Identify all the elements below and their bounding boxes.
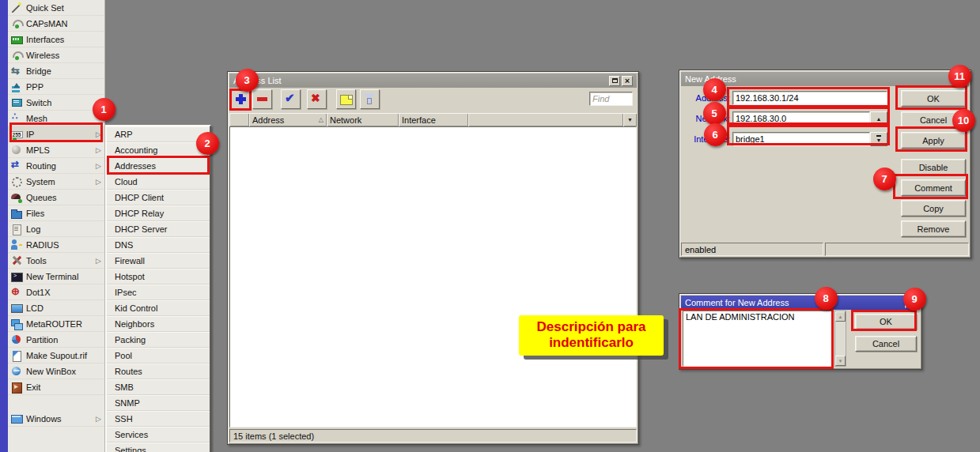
supout-icon bbox=[10, 349, 23, 362]
sidebar-item-metarouter[interactable]: MetaROUTER bbox=[8, 316, 104, 332]
submenu-item-cloud[interactable]: Cloud bbox=[107, 174, 210, 190]
remove-button[interactable]: Remove bbox=[901, 220, 966, 237]
submenu-item-hotspot[interactable]: Hotspot bbox=[107, 269, 210, 284]
sidebar-item-dot1x[interactable]: Dot1X bbox=[8, 284, 104, 300]
submenu-item-packing[interactable]: Packing bbox=[107, 332, 210, 348]
copy-button[interactable]: Copy bbox=[901, 200, 966, 217]
submenu-arrow-icon: ▷ bbox=[96, 415, 104, 423]
sidebar-item-tools[interactable]: Tools▷ bbox=[8, 253, 104, 269]
sidebar-item-queues[interactable]: Queues bbox=[8, 190, 104, 205]
comment-button[interactable] bbox=[336, 89, 356, 109]
comment-textarea[interactable]: LAN DE ADMINISTRACION bbox=[683, 311, 833, 367]
status-text: 15 items (1 selected) bbox=[233, 431, 314, 441]
ip-submenu: ARPAccountingAddressesCloudDHCP ClientDH… bbox=[105, 125, 211, 452]
submenu-item-neighbors[interactable]: Neighbors bbox=[107, 316, 210, 332]
submenu-item-routes[interactable]: Routes bbox=[107, 363, 210, 379]
submenu-item-dhcp-client[interactable]: DHCP Client bbox=[107, 190, 210, 205]
comment-titlebar[interactable]: Comment for New Address bbox=[681, 296, 920, 310]
address-input[interactable]: 192.168.30.1/24 bbox=[732, 91, 887, 105]
submenu-item-kid-control[interactable]: Kid Control bbox=[107, 300, 210, 316]
address-list-area[interactable] bbox=[229, 126, 637, 428]
close-icon[interactable]: × bbox=[622, 76, 633, 86]
submenu-item-ssh[interactable]: SSH bbox=[107, 411, 210, 427]
spin-up-icon[interactable]: ▲ bbox=[870, 111, 887, 126]
submenu-item-smb[interactable]: SMB bbox=[107, 379, 210, 395]
find-input[interactable] bbox=[589, 92, 633, 106]
submenu-item-firewall[interactable]: Firewall bbox=[107, 253, 210, 269]
address-list-titlebar[interactable]: Address List × bbox=[229, 73, 637, 88]
ok-button[interactable]: OK bbox=[901, 90, 966, 107]
sidebar-item-mesh[interactable]: Mesh bbox=[8, 111, 104, 126]
submenu-item-snmp[interactable]: SNMP bbox=[107, 395, 210, 411]
disable-button[interactable] bbox=[307, 89, 327, 109]
sidebar-item-new-terminal[interactable]: New Terminal bbox=[8, 269, 104, 284]
partition-icon bbox=[10, 333, 23, 346]
disable-button[interactable]: Disable bbox=[901, 159, 966, 175]
sidebar-item-routing[interactable]: Routing▷ bbox=[8, 158, 104, 174]
maximize-icon[interactable] bbox=[609, 76, 620, 86]
comment-button[interactable]: Comment bbox=[901, 179, 966, 196]
accent-strip bbox=[0, 0, 8, 452]
comment-scrollbar[interactable]: ▲ ▼ bbox=[834, 311, 846, 367]
maximize-icon[interactable] bbox=[905, 298, 916, 308]
sidebar-item-system[interactable]: System▷ bbox=[8, 174, 104, 190]
column-header-network[interactable]: Network bbox=[327, 113, 399, 126]
sidebar-item-wireless[interactable]: Wireless bbox=[8, 47, 104, 63]
sidebar-item-files[interactable]: Files bbox=[8, 205, 104, 221]
column-select-icon[interactable]: ▼ bbox=[623, 113, 637, 126]
interface-input[interactable]: bridge1 bbox=[732, 132, 870, 146]
cancel-button[interactable]: Cancel bbox=[901, 111, 966, 128]
submenu-item-services[interactable]: Services bbox=[107, 427, 210, 443]
sidebar-item-lcd[interactable]: LCD bbox=[8, 300, 104, 316]
apply-button[interactable]: Apply bbox=[901, 132, 966, 149]
submenu-item-accounting[interactable]: Accounting bbox=[107, 142, 210, 158]
column-header-address[interactable]: Address△ bbox=[249, 113, 327, 126]
sidebar-item-radius[interactable]: RADIUS bbox=[8, 237, 104, 253]
sidebar-item-quick-set[interactable]: Quick Set bbox=[8, 0, 104, 16]
add-button[interactable] bbox=[231, 89, 251, 109]
submenu-item-dns[interactable]: DNS bbox=[107, 237, 210, 253]
sidebar-item-label: Make Supout.rif bbox=[26, 351, 87, 360]
queues-icon bbox=[10, 191, 23, 204]
comment-cancel-button[interactable]: Cancel bbox=[855, 336, 917, 352]
submenu-item-dhcp-server[interactable]: DHCP Server bbox=[107, 221, 210, 237]
sidebar-item-mpls[interactable]: MPLS▷ bbox=[8, 142, 104, 158]
column-header-interface[interactable]: Interface bbox=[399, 113, 468, 126]
sidebar-item-new-winbox[interactable]: New WinBox bbox=[8, 363, 104, 379]
sidebar-item-exit[interactable]: Exit bbox=[8, 379, 104, 395]
comment-ok-button[interactable]: OK bbox=[855, 314, 917, 330]
sidebar-item-make-supout-rif[interactable]: Make Supout.rif bbox=[8, 348, 104, 363]
submenu-item-dhcp-relay[interactable]: DHCP Relay bbox=[107, 205, 210, 221]
filter-button[interactable] bbox=[360, 89, 380, 109]
column-header-row: Address△NetworkInterface▼ bbox=[229, 113, 637, 126]
scroll-down-icon[interactable]: ▼ bbox=[835, 356, 846, 366]
submenu-item-label: DHCP Relay bbox=[115, 209, 164, 218]
submenu-item-ipsec[interactable]: IPsec bbox=[107, 284, 210, 300]
sidebar-item-interfaces[interactable]: Interfaces bbox=[8, 32, 104, 47]
sidebar-item-ip[interactable]: 255IP▷ bbox=[8, 126, 104, 142]
remove-button[interactable] bbox=[252, 89, 272, 109]
sidebar-item-partition[interactable]: Partition bbox=[8, 332, 104, 348]
column-header-blank[interactable] bbox=[468, 113, 623, 126]
submenu-item-arp[interactable]: ARP bbox=[107, 126, 210, 142]
submenu-item-pool[interactable]: Pool bbox=[107, 348, 210, 363]
submenu-item-settings[interactable]: Settings bbox=[107, 443, 210, 452]
new-address-titlebar[interactable]: New Address bbox=[681, 72, 969, 86]
sidebar-item-capsman[interactable]: CAPsMAN bbox=[8, 16, 104, 32]
sidebar-item-switch[interactable]: Switch bbox=[8, 95, 104, 111]
sidebar-item-log[interactable]: Log bbox=[8, 221, 104, 237]
sidebar-item-ppp[interactable]: PPP bbox=[8, 79, 104, 95]
interface-dropdown-button[interactable]: ▼ bbox=[870, 132, 887, 146]
submenu-item-addresses[interactable]: Addresses bbox=[107, 158, 210, 174]
metarouter-icon bbox=[10, 318, 23, 330]
network-input[interactable]: 192.168.30.0 bbox=[732, 111, 870, 126]
interface-label: Interface: bbox=[681, 132, 730, 146]
scroll-up-icon[interactable]: ▲ bbox=[835, 311, 846, 322]
submenu-item-label: Kid Control bbox=[115, 303, 157, 313]
maximize-icon[interactable] bbox=[954, 74, 965, 85]
sidebar-item-bridge[interactable]: Bridge bbox=[8, 63, 104, 79]
column-header-blank[interactable] bbox=[229, 113, 249, 126]
enable-button[interactable] bbox=[281, 89, 301, 109]
sidebar-item-windows[interactable]: Windows▷ bbox=[8, 411, 104, 427]
submenu-item-label: Cloud bbox=[115, 177, 138, 186]
